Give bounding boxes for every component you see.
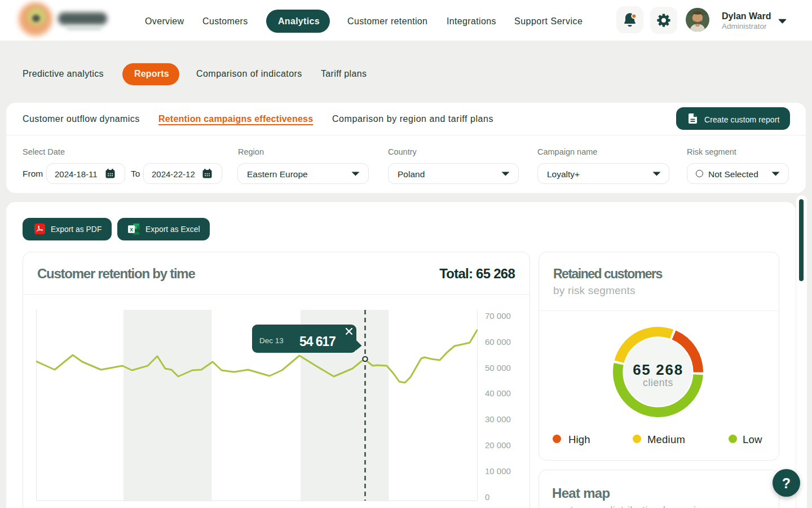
svg-text:x: x [130, 226, 133, 233]
